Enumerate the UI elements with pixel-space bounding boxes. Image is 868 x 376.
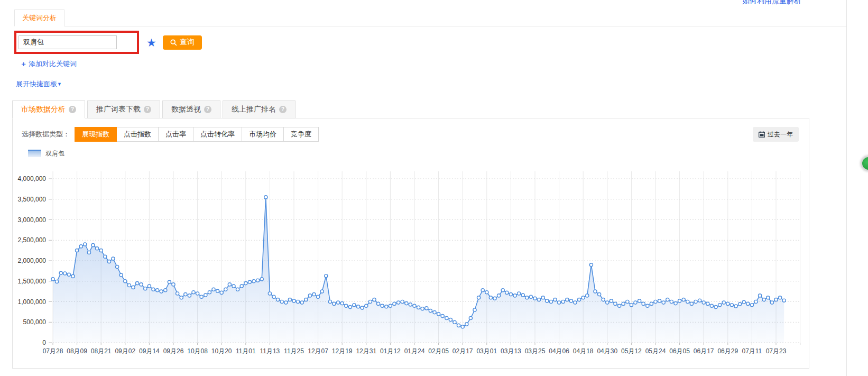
expand-quick-panel-link[interactable]: 展开快捷面板▼: [16, 79, 62, 89]
data-type-controls: 选择数据类型： 展现指数 点击指数 点击率 点击转化率 市场均价 竞争度 过去一…: [13, 127, 809, 142]
tab-promo-wordlist-download-label: 推广词表下载: [96, 105, 141, 114]
svg-text:08月09: 08月09: [67, 347, 87, 355]
tab-market-data-analysis-label: 市场数据分析: [21, 105, 66, 114]
svg-text:06月05: 06月05: [669, 347, 690, 355]
query-button-label: 查询: [180, 38, 195, 47]
data-type-competition[interactable]: 竞争度: [283, 127, 319, 142]
svg-text:1,500,000: 1,500,000: [18, 278, 47, 285]
market-data-panel: 选择数据类型： 展现指数 点击指数 点击率 点击转化率 市场均价 竞争度 过去一…: [12, 118, 809, 369]
plus-icon: ＋: [20, 60, 27, 68]
floating-service-widget[interactable]: [861, 155, 868, 171]
help-icon[interactable]: ?: [204, 106, 211, 113]
svg-text:0: 0: [42, 339, 46, 346]
data-type-impression-index[interactable]: 展现指数: [75, 127, 117, 142]
svg-text:05月24: 05月24: [645, 347, 666, 355]
svg-text:1,000,000: 1,000,000: [18, 298, 47, 306]
market-tabs: 市场数据分析 ? 推广词表下载 ? 数据透视 ? 线上推广排名 ?: [12, 100, 868, 118]
svg-text:03月25: 03月25: [525, 347, 546, 355]
svg-text:08月21: 08月21: [91, 347, 112, 355]
add-compare-keyword-link[interactable]: ＋添加对比关键词: [20, 59, 77, 69]
calendar-icon: [759, 131, 765, 137]
svg-text:03月13: 03月13: [501, 347, 521, 355]
data-type-button-group: 展现指数 点击指数 点击率 点击转化率 市场均价 竞争度: [75, 127, 319, 142]
svg-text:12月31: 12月31: [356, 347, 376, 355]
date-range-button[interactable]: 过去一年: [753, 127, 799, 142]
svg-text:11月01: 11月01: [236, 347, 256, 355]
svg-text:01月24: 01月24: [404, 347, 425, 355]
data-type-label: 选择数据类型：: [22, 130, 70, 139]
keyword-header: 关键词分析: [14, 10, 846, 26]
chevron-down-icon: ▼: [57, 81, 62, 87]
add-compare-keyword-label: 添加对比关键词: [29, 60, 77, 68]
svg-text:06月29: 06月29: [717, 347, 738, 355]
svg-text:10月08: 10月08: [187, 347, 208, 355]
expand-quick-panel-label: 展开快捷面板: [16, 80, 57, 88]
svg-text:04月30: 04月30: [597, 347, 617, 355]
svg-text:07月28: 07月28: [43, 347, 63, 355]
date-range-button-label: 过去一年: [768, 130, 793, 139]
tab-keyword-analysis-label: 关键词分析: [22, 14, 57, 22]
data-type-market-avg-price[interactable]: 市场均价: [242, 127, 284, 142]
svg-text:02月17: 02月17: [453, 347, 473, 355]
how-to-use-link[interactable]: 如何利用流量解析: [742, 0, 801, 6]
svg-text:02月05: 02月05: [428, 347, 449, 355]
svg-text:2,000,000: 2,000,000: [18, 257, 47, 264]
trend-chart: 4,000,0003,500,0003,000,0002,500,0002,00…: [13, 162, 809, 359]
favorite-star-icon[interactable]: ★: [146, 37, 156, 48]
keyword-search-area: ★ 查询 ＋添加对比关键词 展开快捷面板▼: [14, 26, 868, 89]
svg-text:04月18: 04月18: [573, 347, 594, 355]
svg-text:12月07: 12月07: [308, 347, 328, 355]
data-type-click-index[interactable]: 点击指数: [116, 127, 159, 142]
trend-chart-container: 4,000,0003,500,0003,000,0002,500,0002,00…: [13, 162, 809, 359]
svg-text:01月12: 01月12: [380, 347, 401, 355]
tab-promo-wordlist-download[interactable]: 推广词表下载 ?: [87, 100, 160, 118]
svg-text:3,000,000: 3,000,000: [18, 216, 47, 224]
tab-market-data-analysis[interactable]: 市场数据分析 ?: [12, 100, 85, 118]
svg-text:2,500,000: 2,500,000: [18, 236, 47, 244]
data-type-click-conversion-rate[interactable]: 点击转化率: [193, 127, 242, 142]
svg-text:03月01: 03月01: [476, 347, 497, 355]
annotation-red-box: [14, 31, 139, 54]
svg-text:06月17: 06月17: [694, 347, 714, 355]
svg-text:05月12: 05月12: [621, 347, 642, 355]
svg-text:07月23: 07月23: [766, 347, 787, 355]
svg-text:04月06: 04月06: [549, 347, 569, 355]
legend-series-label: 双肩包: [45, 149, 64, 158]
svg-text:500,000: 500,000: [23, 318, 47, 326]
tab-online-promo-ranking[interactable]: 线上推广排名 ?: [223, 100, 296, 118]
svg-text:3,500,000: 3,500,000: [18, 196, 47, 203]
svg-text:09月02: 09月02: [115, 347, 135, 355]
tab-online-promo-ranking-label: 线上推广排名: [232, 105, 276, 114]
query-button[interactable]: 查询: [163, 35, 202, 50]
svg-text:10月20: 10月20: [211, 347, 232, 355]
chart-legend[interactable]: 双肩包: [28, 149, 809, 158]
help-icon[interactable]: ?: [279, 106, 287, 113]
legend-area-swatch-icon: [28, 150, 41, 157]
data-type-click-rate[interactable]: 点击率: [158, 127, 193, 142]
keyword-input[interactable]: [19, 35, 117, 49]
svg-text:11月13: 11月13: [260, 347, 280, 355]
tab-data-pivot[interactable]: 数据透视 ?: [162, 100, 220, 118]
help-icon[interactable]: ?: [144, 106, 151, 113]
svg-text:4,000,000: 4,000,000: [18, 175, 47, 182]
search-icon: [170, 39, 177, 46]
svg-text:11月25: 11月25: [284, 347, 304, 355]
tab-data-pivot-label: 数据透视: [171, 105, 201, 114]
svg-text:07月11: 07月11: [742, 347, 762, 355]
content-right-divider: [846, 0, 847, 376]
svg-text:09月14: 09月14: [139, 347, 160, 355]
tab-keyword-analysis[interactable]: 关键词分析: [14, 10, 64, 26]
svg-text:12月19: 12月19: [332, 347, 353, 355]
help-icon[interactable]: ?: [69, 106, 76, 113]
svg-text:09月26: 09月26: [163, 347, 184, 355]
